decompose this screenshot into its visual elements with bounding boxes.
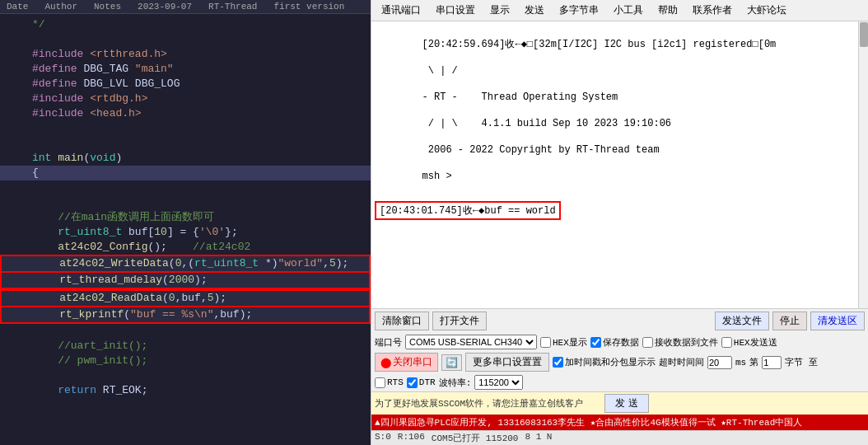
timestamp-text: 加时间戳和分包显示示 [565, 356, 656, 368]
menu-send[interactable]: 发送 [518, 2, 551, 19]
controls-row2: 端口号 COM5 USB-SERIAL CH340 HEX显示 保存数据 接收数… [371, 333, 868, 351]
rts-checkbox[interactable] [375, 377, 385, 388]
code-line: #define DBG_TAG "main" [0, 62, 371, 77]
serial-output: [20:42:59.694]收←◆□[32m[I/I2C] I2C bus [i… [371, 21, 868, 308]
code-line: at24c02_Config(); //at24c02 [0, 240, 371, 255]
info-text: 为了更好地发展SSCOM软件，请您注册嘉立创线客户 [375, 399, 583, 409]
multi-port-button[interactable]: 更多串口设置置 [465, 353, 549, 372]
baud-select[interactable]: 115200 [474, 375, 523, 390]
menu-help[interactable]: 帮助 [651, 2, 684, 19]
serial-line-1: [20:42:59.694]收←◆□[32m[I/I2C] I2C bus [i… [422, 39, 777, 50]
controls-row3: ⬤ 关闭串口 🔄 更多串口设置置 加时间戳和分包显示示 超时时间间 ms 第 字… [371, 351, 868, 373]
timestamp-checkbox[interactable] [553, 357, 563, 368]
code-line: #include <head.h> [0, 106, 371, 121]
code-line-highlighted-delay: rt_thread_mdelay(2000); [0, 273, 371, 289]
status-r: R:106 [398, 432, 425, 444]
byte-suffix: 字节 至 [785, 356, 818, 368]
serial-controls: 清除窗口 打开文件 发送文件 停止 清发送区 端口号 COM5 USB-SERI… [371, 308, 868, 445]
menu-port-settings[interactable]: 串口设置 [429, 2, 482, 19]
ad-text: ▲四川果园急寻PLC应用开发, 13316083163李先生 ★合由高性价比4G… [375, 416, 802, 429]
rts-text: RTS [387, 377, 404, 387]
recv-to-file-checkbox[interactable] [642, 337, 653, 348]
rts-label[interactable]: RTS [375, 377, 404, 388]
menu-comm-port[interactable]: 通讯端口 [375, 2, 427, 19]
baud-label: 波特率: [439, 377, 472, 389]
header-date-val: 2023-09-07 [138, 2, 192, 12]
menu-forum[interactable]: 大虾论坛 [740, 2, 793, 19]
menu-tools[interactable]: 小工具 [607, 2, 650, 19]
serial-line-2: \ | / [422, 65, 458, 77]
code-line-highlighted-printf: rt_kprintf("buf == %s\n",buf); [0, 307, 371, 324]
save-data-checkbox[interactable] [590, 337, 601, 348]
serial-line-6: msh > [422, 171, 452, 182]
code-line [0, 195, 371, 210]
code-line: //在main函数调用上面函数即可 [0, 210, 371, 225]
scrollbar[interactable] [858, 21, 868, 308]
hex-display-text: HEX显示 [553, 336, 587, 349]
serial-line-3: - RT - Thread Operating System [422, 91, 618, 103]
open-file-button[interactable]: 打开文件 [432, 312, 487, 330]
close-port-button[interactable]: ⬤ 关闭串口 [375, 353, 438, 372]
dtr-checkbox[interactable] [407, 377, 418, 388]
bottom-ad: ▲四川果园急寻PLC应用开发, 13316083163李先生 ★合由高性价比4G… [371, 415, 868, 430]
timeout-label: 超时时间间 [659, 356, 704, 368]
code-content: */ #include <rtthread.h> #define DBG_TAG… [0, 14, 371, 445]
send-file-button[interactable]: 发送文件 [715, 312, 769, 330]
send-button-main[interactable]: 发 送 [604, 394, 648, 413]
main-container: Date Author Notes 2023-09-07 RT-Thread f… [0, 0, 868, 445]
serial-highlighted-output: [20:43:01.745]收←◆buf == world [375, 201, 561, 220]
code-line-highlighted-write: at24c02_WriteData(0,(rt_uint8_t *)"world… [0, 255, 371, 273]
header-notes-val: first version [273, 2, 344, 12]
header-author: Author [44, 2, 77, 12]
menu-display[interactable]: 显示 [483, 2, 516, 19]
serial-line-4: / | \ 4.1.1 build Sep 10 2023 19:10:06 [422, 118, 671, 129]
dtr-label[interactable]: DTR [407, 377, 436, 388]
bottom-info: 为了更好地发展SSCOM软件，请您注册嘉立创线客户 发 送 [371, 391, 868, 415]
port-select[interactable]: COM5 USB-SERIAL CH340 [405, 335, 537, 349]
save-data-label[interactable]: 保存数据 [590, 336, 639, 349]
code-line [0, 32, 371, 47]
hex-send-label[interactable]: HEX发送送 [721, 336, 777, 349]
recv-to-file-text: 接收数据到文件 [655, 336, 718, 349]
port-label: 端口号 [375, 336, 402, 349]
recv-to-file-label[interactable]: 接收数据到文件 [642, 336, 718, 349]
serial-panel: 通讯端口 串口设置 显示 发送 多字节串 小工具 帮助 联系作者 大虾论坛 [2… [371, 0, 868, 445]
code-line-highlighted-read: at24c02_ReadData(0,buf,5); [0, 289, 371, 307]
menu-multibyte[interactable]: 多字节串 [553, 2, 605, 19]
controls-row4: RTS DTR 波特率: 115200 [371, 373, 868, 391]
clear-send-area-button[interactable]: 清发送区 [810, 312, 865, 330]
hex-display-checkbox[interactable] [540, 337, 551, 348]
clear-window-button[interactable]: 清除窗口 [375, 312, 429, 330]
code-line: #include <rtthread.h> [0, 47, 371, 62]
byte-num-input[interactable] [762, 356, 782, 369]
stop-button[interactable]: 停止 [772, 312, 807, 330]
timestamp-label[interactable]: 加时间戳和分包显示示 [553, 356, 656, 368]
status-format: 8 1 N [525, 432, 552, 444]
code-line: // pwm_init(); [0, 354, 371, 368]
close-port-text: 关闭串口 [393, 355, 432, 369]
refresh-button[interactable]: 🔄 [441, 354, 462, 371]
scrollbar-thumb[interactable] [860, 22, 868, 47]
code-line [0, 324, 371, 339]
code-line [0, 136, 371, 151]
code-header: Date Author Notes 2023-09-07 RT-Thread f… [0, 0, 371, 14]
hex-display-label[interactable]: HEX显示 [540, 336, 587, 349]
code-line: #include <rtdbg.h> [0, 91, 371, 106]
code-line: #define DBG_LVL DBG_LOG [0, 77, 371, 91]
status-s: S:0 [375, 432, 391, 444]
code-line [0, 368, 371, 383]
code-line: //uart_init(); [0, 339, 371, 354]
hex-send-checkbox[interactable] [721, 337, 732, 348]
serial-output-text: [20:42:59.694]收←◆□[32m[I/I2C] I2C bus [i… [375, 25, 865, 196]
code-line: { [0, 166, 371, 180]
menu-contact[interactable]: 联系作者 [686, 2, 739, 19]
save-data-text: 保存数据 [603, 336, 639, 349]
serial-menubar: 通讯端口 串口设置 显示 发送 多字节串 小工具 帮助 联系作者 大虾论坛 [371, 0, 868, 21]
header-notes: Notes [94, 2, 121, 12]
controls-row1: 清除窗口 打开文件 发送文件 停止 清发送区 [371, 309, 868, 333]
header-author-val: RT-Thread [208, 2, 257, 12]
serial-line-5: 2006 - 2022 Copyright by RT-Thread team [422, 144, 660, 156]
status-port: COM5已打开 115200 [432, 432, 519, 444]
timeout-input[interactable] [707, 356, 732, 369]
timeout-unit: ms [735, 358, 746, 368]
